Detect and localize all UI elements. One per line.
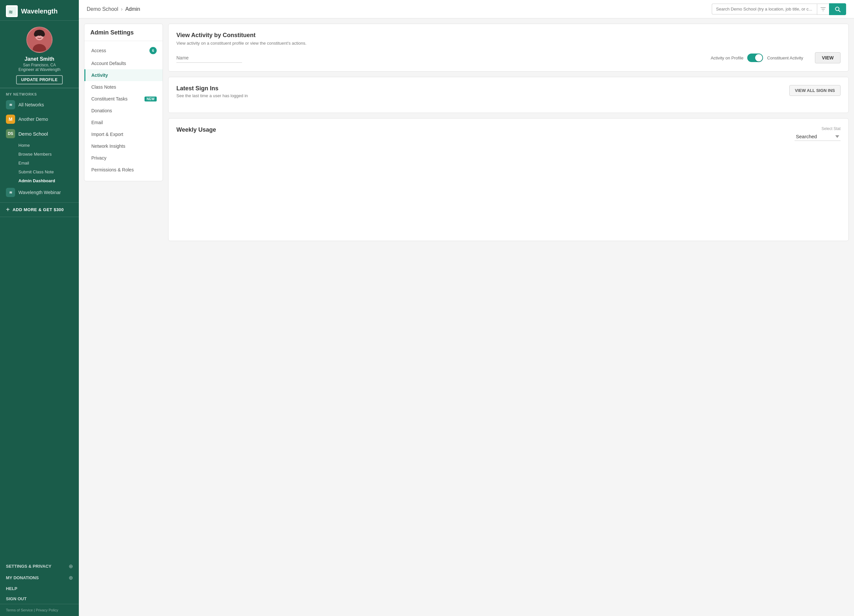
settings-item-privacy[interactable]: Privacy — [84, 152, 163, 164]
settings-privacy-label: SETTINGS & PRIVACY — [6, 564, 51, 569]
select-stat-label: Select Stat — [822, 127, 840, 131]
webinar-label: Wavelength Webinar — [18, 190, 61, 195]
sidebar-header: ≋ Wavelength — [0, 0, 79, 21]
chart-svg — [176, 148, 840, 233]
search-input[interactable] — [712, 4, 817, 14]
sidebar-item-admin-dashboard[interactable]: Admin Dashboard — [0, 176, 79, 185]
view-all-sign-ins-button[interactable]: VIEW ALL SIGN INS — [789, 85, 840, 96]
sidebar-item-home[interactable]: Home — [0, 141, 79, 150]
sign-out-link[interactable]: SIGN OUT — [0, 594, 79, 604]
another-demo-label: Another Demo — [18, 117, 48, 122]
settings-item-permissions-roles[interactable]: Permissions & Roles — [84, 164, 163, 176]
terms-of-service-link[interactable]: Terms of Service — [6, 608, 33, 612]
privacy-policy-link[interactable]: Privacy Policy — [36, 608, 58, 612]
toggle-right-label: Constituent Activity — [767, 55, 803, 60]
my-donations-label: MY DONATIONS — [6, 575, 39, 580]
svg-point-8 — [34, 32, 37, 37]
sign-ins-card: Latest Sign Ins See the last time a user… — [168, 77, 849, 113]
settings-privacy-icon: ⊕ — [69, 563, 73, 569]
add-more-button[interactable]: + ADD MORE & GET $300 — [0, 203, 79, 217]
avatar — [26, 27, 53, 53]
help-link[interactable]: HELP — [0, 584, 79, 594]
stat-select[interactable]: Searched — [795, 132, 840, 141]
svg-text:≋: ≋ — [9, 9, 13, 15]
wavelength-logo-icon: ≋ — [6, 5, 18, 17]
activity-controls: Activity on Profile Constituent Activity… — [176, 52, 840, 63]
user-job-title: Engineer at Wavelength — [18, 67, 61, 72]
sidebar-item-browse-members[interactable]: Browse Members — [0, 150, 79, 159]
sidebar-item-email[interactable]: Email — [0, 159, 79, 168]
activity-card: View Activity by Constituent View activi… — [168, 24, 849, 72]
search-icon — [835, 6, 840, 12]
search-button[interactable] — [829, 3, 846, 15]
my-donations-row[interactable]: MY DONATIONS ⊕ — [0, 572, 79, 584]
sign-ins-title-group: Latest Sign Ins See the last time a user… — [176, 85, 248, 98]
settings-item-account-defaults[interactable]: Account Defaults — [84, 58, 163, 69]
activity-card-title: View Activity by Constituent — [176, 32, 840, 39]
demo-school-icon: DS — [6, 129, 15, 138]
sign-ins-subtitle: See the last time a user has logged in — [176, 93, 248, 98]
weekly-usage-header: Weekly Usage Select Stat Searched — [176, 127, 840, 141]
settings-item-class-notes[interactable]: Class Notes — [84, 81, 163, 93]
toggle-left-label: Activity on Profile — [711, 55, 744, 60]
content-area: Admin Settings Access 6 Account Defaults… — [79, 18, 854, 616]
breadcrumb-separator: › — [121, 6, 122, 12]
activity-toggle-group: Activity on Profile Constituent Activity — [711, 53, 804, 62]
activity-toggle-switch[interactable] — [747, 53, 763, 62]
settings-item-email[interactable]: Email — [84, 117, 163, 128]
all-networks-label: All Networks — [18, 102, 44, 107]
topbar: Demo School › Admin — [79, 0, 854, 18]
activity-card-subtitle: View activity on a constituent profile o… — [176, 41, 840, 46]
user-profile-section: Janet Smith San Francisco, CA Engineer a… — [0, 21, 79, 88]
sidebar-item-all-networks[interactable]: ≋ All Networks — [0, 98, 79, 112]
sidebar-footer: Terms of Service | Privacy Policy — [0, 604, 79, 616]
sidebar-item-wavelength-webinar[interactable]: ≋ Wavelength Webinar — [0, 185, 79, 200]
settings-privacy-row[interactable]: SETTINGS & PRIVACY ⊕ — [0, 561, 79, 572]
settings-item-activity[interactable]: Activity — [84, 69, 163, 81]
breadcrumb-school[interactable]: Demo School — [87, 6, 118, 12]
sign-ins-title: Latest Sign Ins — [176, 85, 248, 92]
svg-line-11 — [839, 10, 840, 12]
sign-ins-header: Latest Sign Ins See the last time a user… — [176, 85, 840, 98]
sidebar-item-submit-class-note[interactable]: Submit Class Note — [0, 168, 79, 176]
user-name: Janet Smith — [24, 56, 55, 62]
chart-container — [176, 148, 840, 233]
search-bar — [712, 3, 846, 15]
add-more-label: ADD MORE & GET $300 — [12, 207, 64, 212]
settings-item-network-insights[interactable]: Network Insights — [84, 140, 163, 152]
settings-item-constituent-tasks[interactable]: Constituent Tasks NEW — [84, 93, 163, 105]
sidebar-bottom-section: SETTINGS & PRIVACY ⊕ MY DONATIONS ⊕ HELP… — [0, 561, 79, 604]
weekly-usage-card: Weekly Usage Select Stat Searched — [168, 118, 849, 241]
constituent-name-input[interactable] — [176, 53, 242, 63]
view-button[interactable]: VIEW — [815, 52, 840, 63]
demo-school-section: DS Demo School Home Browse Members Email… — [0, 127, 79, 185]
search-filter-button[interactable] — [817, 4, 829, 15]
update-profile-button[interactable]: UPDATE PROFILE — [16, 75, 63, 84]
demo-school-header[interactable]: DS Demo School — [0, 127, 79, 141]
admin-settings-title: Admin Settings — [84, 29, 163, 41]
settings-item-access[interactable]: Access 6 — [84, 44, 163, 58]
constituent-tasks-badge: NEW — [145, 96, 157, 101]
settings-item-import-export[interactable]: Import & Export — [84, 128, 163, 140]
settings-item-donations[interactable]: Donations — [84, 105, 163, 117]
all-networks-icon: ≋ — [6, 100, 15, 109]
main-content: Demo School › Admin Admin Settings — [79, 0, 854, 616]
my-donations-icon: ⊕ — [69, 575, 73, 581]
right-panel: View Activity by Constituent View activi… — [168, 24, 849, 611]
weekly-usage-title: Weekly Usage — [176, 127, 216, 133]
svg-point-9 — [41, 32, 45, 37]
app-name: Wavelength — [21, 8, 58, 15]
breadcrumb: Demo School › Admin — [87, 6, 140, 12]
access-badge: 6 — [149, 47, 157, 54]
demo-school-label: Demo School — [18, 131, 48, 137]
my-networks-label: MY NETWORKS — [0, 88, 79, 98]
another-demo-icon: M — [6, 114, 15, 124]
sidebar: ≋ Wavelength Janet Smith San Francisco, … — [0, 0, 79, 616]
filter-icon — [820, 6, 826, 12]
admin-settings-panel: Admin Settings Access 6 Account Defaults… — [84, 24, 163, 181]
toggle-thumb — [755, 54, 762, 61]
breadcrumb-current: Admin — [125, 6, 140, 12]
user-location: San Francisco, CA — [23, 63, 56, 67]
sidebar-item-another-demo[interactable]: M Another Demo — [0, 112, 79, 127]
webinar-icon: ≋ — [6, 188, 15, 197]
